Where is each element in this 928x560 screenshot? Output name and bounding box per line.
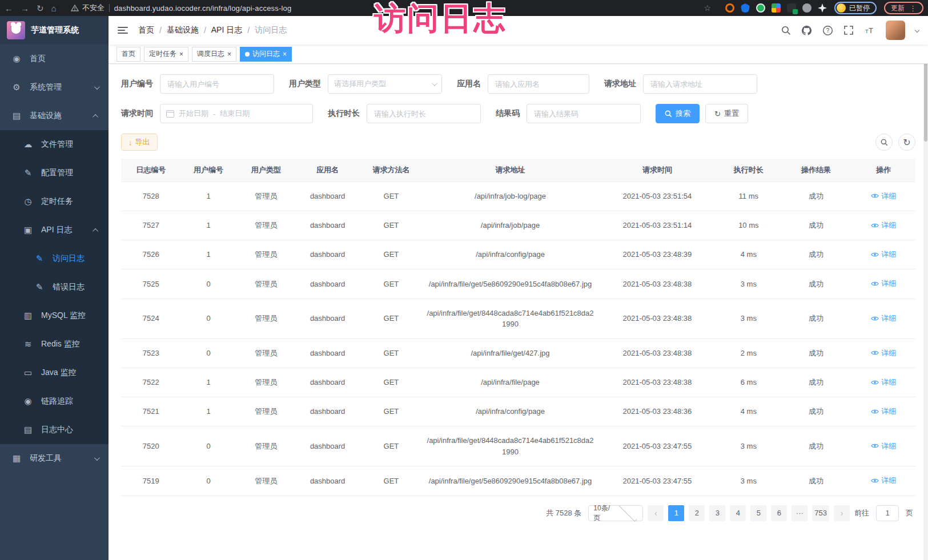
detail-link[interactable]: 详细 <box>871 278 896 289</box>
detail-link[interactable]: 详细 <box>871 475 896 486</box>
blue-shield-extension-icon[interactable] <box>741 3 750 13</box>
next-page-button[interactable]: › <box>834 505 850 521</box>
search-icon[interactable] <box>781 26 791 35</box>
home-icon[interactable]: ⌂ <box>51 4 57 13</box>
fullscreen-icon[interactable] <box>843 25 854 35</box>
sidebar-item-infrastructure[interactable]: ▤ 基础设施 <box>0 102 109 130</box>
sidebar-item-error-log[interactable]: ✎ 错误日志 <box>0 273 109 301</box>
cell-actions: 详细 <box>852 368 915 397</box>
detail-link[interactable]: 详细 <box>871 191 896 202</box>
address-bar[interactable]: 不安全 dashboard.yudao.iocoder.cn/infra/log… <box>64 1 718 15</box>
sidebar-item-home[interactable]: ◉ 首页 <box>0 45 109 73</box>
orange-ring-extension-icon[interactable] <box>725 3 734 13</box>
request-url-input[interactable] <box>643 74 757 94</box>
toggle-search-button[interactable] <box>875 134 893 151</box>
close-icon[interactable]: × <box>283 51 287 58</box>
detail-link[interactable]: 详细 <box>871 220 896 231</box>
detail-link[interactable]: 详细 <box>871 441 896 452</box>
sidebar-item-label: 日志中心 <box>41 425 73 435</box>
help-icon[interactable]: ? <box>822 25 833 36</box>
duration-input[interactable] <box>367 104 481 123</box>
close-icon[interactable]: × <box>227 51 231 58</box>
sidebar-item-access-log[interactable]: ✎ 访问日志 <box>0 244 109 273</box>
goto-page-input[interactable] <box>876 505 899 521</box>
page-button-3[interactable]: 3 <box>709 505 725 521</box>
breadcrumb-home[interactable]: 首页 <box>138 25 154 35</box>
breadcrumb-api-log[interactable]: API 日志 <box>211 25 242 35</box>
update-button[interactable]: 更新 ⋮ <box>884 2 923 14</box>
puzzle-extension-icon[interactable] <box>772 3 781 13</box>
sidebar-item-log-center[interactable]: ▤ 日志中心 <box>0 416 109 444</box>
log-center-icon: ▤ <box>22 425 34 435</box>
app-name-input[interactable] <box>488 74 589 94</box>
sidebar-item-trace[interactable]: ◉ 链路追踪 <box>0 387 109 416</box>
request-time-range-picker[interactable]: 开始日期 - 结束日期 <box>160 104 313 123</box>
gray-extension-icon[interactable] <box>802 3 812 13</box>
translate-extension-icon[interactable] <box>787 3 796 13</box>
sidebar-item-mysql-monitor[interactable]: ▥ MySQL 监控 <box>0 301 109 330</box>
breadcrumb-infrastructure[interactable]: 基础设施 <box>167 25 199 35</box>
pagination-ellipsis[interactable]: ··· <box>792 505 808 521</box>
sidebar-item-java-monitor[interactable]: ▭ Java 监控 <box>0 358 109 387</box>
cell-duration: 3 ms <box>717 466 780 495</box>
reset-button[interactable]: ↻ 重置 <box>705 104 748 123</box>
cell-url: /api/infra/config/page <box>423 240 598 269</box>
sidebar-item-system-management[interactable]: ⚙ 系统管理 <box>0 73 109 102</box>
font-size-icon[interactable]: TT <box>864 26 875 35</box>
result-code-input[interactable] <box>527 104 641 123</box>
sidebar-item-api-log[interactable]: ▣ API 日志 <box>0 216 109 244</box>
page-size-select[interactable]: 10条/页 <box>588 505 643 521</box>
table-row: 7523 0 管理员 dashboard GET /api/infra/file… <box>121 339 915 368</box>
page-button-753[interactable]: 753 <box>812 505 829 521</box>
logo[interactable]: 芋道管理系统 <box>0 16 109 45</box>
cell-log-id: 7523 <box>121 339 180 368</box>
forward-icon[interactable]: → <box>21 4 29 13</box>
detail-link[interactable]: 详细 <box>871 406 896 417</box>
prev-page-button[interactable]: ‹ <box>648 505 664 521</box>
detail-link[interactable]: 详细 <box>871 313 896 324</box>
pagination: 共 7528 条 10条/页 ‹ 1 2 3 4 5 6 ··· 753 › 前… <box>123 505 913 521</box>
search-button[interactable]: 搜索 <box>656 104 700 123</box>
chevron-down-icon[interactable] <box>915 28 919 33</box>
tab-access-log[interactable]: 访问日志 × <box>240 47 292 62</box>
bookmark-star-icon[interactable]: ☆ <box>704 3 711 13</box>
cell-log-id: 7519 <box>121 466 180 495</box>
cell-log-id: 7526 <box>121 240 180 269</box>
cell-log-id: 7527 <box>121 211 180 240</box>
sidebar-item-scheduled-jobs[interactable]: ◷ 定时任务 <box>0 187 109 216</box>
page-button-6[interactable]: 6 <box>771 505 787 521</box>
back-icon[interactable]: ← <box>5 4 13 13</box>
export-button[interactable]: ↓ 导出 <box>121 134 158 151</box>
page-button-5[interactable]: 5 <box>750 505 766 521</box>
sidebar-item-file-management[interactable]: ☁ 文件管理 <box>0 130 109 159</box>
detail-link-label: 详细 <box>881 406 896 417</box>
user-type-select[interactable]: 请选择用户类型 <box>328 74 442 94</box>
detail-link[interactable]: 详细 <box>871 249 896 260</box>
page-button-1[interactable]: 1 <box>668 505 684 521</box>
tab-dispatch-log[interactable]: 调度日志 × <box>192 47 236 62</box>
sidebar-item-dev-tools[interactable]: ▦ 研发工具 <box>0 444 109 473</box>
green-circle-extension-icon[interactable] <box>756 3 765 13</box>
scrollbar[interactable] <box>923 16 928 560</box>
hamburger-icon[interactable] <box>118 27 128 34</box>
sidebar-item-config-management[interactable]: ✎ 配置管理 <box>0 159 109 187</box>
page-button-4[interactable]: 4 <box>730 505 746 521</box>
paused-profile-chip[interactable]: 已暂停 <box>834 2 877 14</box>
refresh-button[interactable]: ↻ <box>898 134 915 151</box>
user-avatar[interactable] <box>886 21 905 40</box>
pinwheel-extension-icon[interactable] <box>818 3 827 13</box>
tab-scheduled-jobs[interactable]: 定时任务 × <box>144 47 188 62</box>
reload-icon[interactable]: ↻ <box>37 4 44 13</box>
url-text[interactable]: dashboard.yudao.iocoder.cn/infra/log/api… <box>114 4 292 13</box>
user-id-input[interactable] <box>160 74 274 94</box>
page-button-2[interactable]: 2 <box>689 505 705 521</box>
github-icon[interactable] <box>801 25 812 36</box>
browser-menu-icon[interactable]: ⋮ <box>909 4 917 13</box>
detail-link[interactable]: 详细 <box>871 348 896 359</box>
detail-link[interactable]: 详细 <box>871 377 896 388</box>
redis-icon: ≋ <box>22 339 34 349</box>
security-warning[interactable]: 不安全 <box>71 3 105 13</box>
tab-home[interactable]: 首页 <box>116 47 140 62</box>
sidebar-item-redis-monitor[interactable]: ≋ Redis 监控 <box>0 330 109 358</box>
close-icon[interactable]: × <box>179 51 183 58</box>
